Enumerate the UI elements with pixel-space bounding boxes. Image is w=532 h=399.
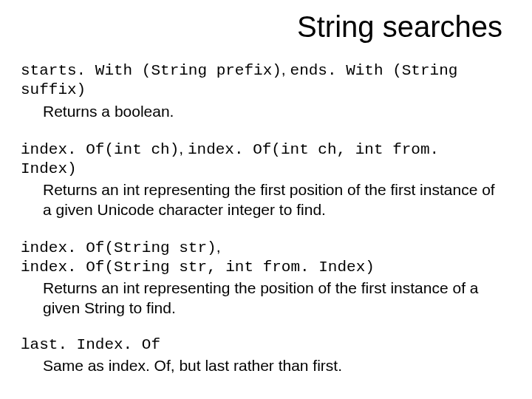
sig-part: last. Index. Of <box>21 336 160 353</box>
method-signature: last. Index. Of <box>21 335 502 355</box>
sig-comma: , <box>282 61 290 78</box>
section-lastindexof: last. Index. Of Same as index. Of, but l… <box>21 335 502 376</box>
method-signature: index. Of(String str),index. Of(String s… <box>21 237 502 278</box>
section-indexof-string: index. Of(String str),index. Of(String s… <box>21 237 502 318</box>
section-indexof-int: index. Of(int ch), index. Of(int ch, int… <box>21 139 502 219</box>
slide: String searches starts. With (String pre… <box>0 0 532 399</box>
method-description: Returns a boolean. <box>43 102 502 121</box>
section-startswith: starts. With (String prefix), ends. With… <box>21 60 502 121</box>
page-title: String searches <box>21 10 502 44</box>
sig-part: starts. With (String prefix) <box>21 62 282 79</box>
sig-comma: , <box>179 140 188 157</box>
method-signature: index. Of(int ch), index. Of(int ch, int… <box>21 139 502 180</box>
sig-comma: , <box>216 238 221 255</box>
sig-part: index. Of(String str, int from. Index) <box>21 259 375 276</box>
method-description: Same as index. Of, but last rather than … <box>43 356 502 375</box>
method-description: Returns an int representing the position… <box>43 279 502 318</box>
method-description: Returns an int representing the first po… <box>43 180 502 219</box>
method-signature: starts. With (String prefix), ends. With… <box>21 60 502 100</box>
sig-part: index. Of(String str) <box>21 239 216 256</box>
sig-part: index. Of(int ch) <box>21 141 179 158</box>
